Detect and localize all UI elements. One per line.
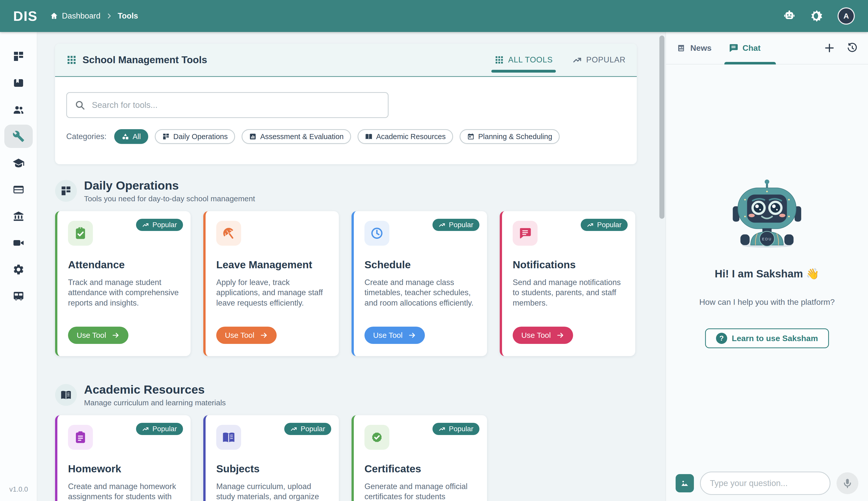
left-sidebar: v1.0.0 [0, 32, 37, 501]
trending-up-icon [439, 221, 446, 228]
clipboard-list-icon [68, 425, 93, 450]
video-camera-icon [12, 237, 25, 249]
category-chip-academic-resources[interactable]: Academic Resources [357, 129, 453, 144]
user-avatar[interactable]: A [837, 7, 855, 25]
breadcrumb-home[interactable]: Dashboard [50, 11, 100, 21]
card-description: Generate and manage official certificate… [364, 481, 476, 501]
people-icon [12, 104, 25, 116]
card-description: Manage curriculum, upload study material… [216, 481, 328, 501]
app-logo: DIS [13, 8, 37, 24]
sidebar-item-library[interactable] [4, 71, 33, 95]
category-chip-all[interactable]: All [114, 129, 148, 144]
category-chip-label: All [133, 132, 141, 141]
search-icon [75, 100, 85, 110]
sidebar-item-dashboard[interactable] [4, 45, 33, 68]
badge-check-icon [364, 425, 389, 450]
card-title: Leave Management [216, 259, 328, 271]
history-icon[interactable] [847, 42, 858, 54]
popular-badge-label: Popular [597, 221, 622, 229]
top-actions: A [783, 7, 855, 25]
learn-button-label: Learn to use Saksham [732, 334, 818, 343]
use-tool-button[interactable]: Use Tool [364, 327, 425, 344]
tab-chat[interactable]: Chat [728, 32, 761, 64]
tab-news[interactable]: News [676, 32, 712, 64]
sidebar-item-settings[interactable] [4, 258, 33, 281]
sidebar-item-tools[interactable] [4, 125, 33, 148]
tools-panel-header: School Management Tools ALL TOOLS POPULA… [55, 44, 637, 77]
dashboard-icon [60, 185, 72, 197]
tools-panel-title-group: School Management Tools [66, 54, 207, 65]
question-mark-icon: ? [716, 333, 727, 344]
popular-badge: Popular [432, 219, 480, 231]
section-icon-circle [55, 384, 77, 406]
category-chip-assessment[interactable]: Assessment & Evaluation [242, 129, 351, 144]
grid-icon [66, 55, 77, 65]
category-chip-planning[interactable]: Planning & Scheduling [460, 129, 560, 144]
sidebar-item-institution[interactable] [4, 204, 33, 228]
tab-news-label: News [690, 43, 712, 53]
bank-icon [12, 210, 25, 222]
card-description: Send and manage notifications to student… [513, 277, 625, 308]
settings-gear-icon [12, 264, 25, 276]
card-description: Create and manage class timetables, teac… [364, 277, 476, 308]
use-tool-button[interactable]: Use Tool [68, 327, 128, 344]
clipboard-check-icon [68, 221, 93, 246]
tool-card-homework: Popular Homework Create and manage homew… [55, 415, 191, 501]
sidebar-item-transport[interactable] [4, 285, 33, 308]
card-title: Subjects [216, 463, 328, 475]
sidebar-item-fees[interactable] [4, 178, 33, 201]
main-scrollbar[interactable] [660, 35, 664, 219]
dashboard-icon [162, 133, 170, 140]
categories-row: Categories: All Daily Operations Assessm… [66, 129, 625, 144]
popular-badge: Popular [581, 219, 628, 231]
sidebar-item-people[interactable] [4, 98, 33, 121]
sidebar-item-academics[interactable] [4, 151, 33, 174]
use-tool-button[interactable]: Use Tool [513, 327, 573, 344]
chat-question-input[interactable] [700, 471, 831, 495]
card-title: Attendance [68, 259, 180, 271]
attach-image-button[interactable] [676, 474, 694, 492]
category-chip-label: Daily Operations [173, 132, 228, 141]
theme-toggle-icon[interactable] [810, 9, 823, 23]
popular-badge: Popular [136, 423, 183, 435]
section-icon-circle [55, 180, 77, 202]
sidebar-item-video[interactable] [4, 231, 33, 255]
category-chip-daily-operations[interactable]: Daily Operations [155, 129, 235, 144]
shapes-icon [121, 133, 129, 140]
tab-popular[interactable]: POPULAR [572, 44, 625, 76]
daily-operations-cards: Popular Attendance Track and manage stud… [55, 211, 665, 356]
popular-badge: Popular [432, 423, 480, 435]
section-title-group: Daily Operations Tools you need for day-… [84, 179, 255, 203]
search-input[interactable] [92, 100, 380, 110]
clock-icon [364, 221, 389, 246]
robot-assistant-icon[interactable] [783, 9, 796, 23]
section-header-academic-resources: Academic Resources Manage curriculum and… [55, 383, 665, 407]
popular-badge-label: Popular [152, 221, 177, 229]
open-book-icon [365, 133, 373, 140]
use-tool-label: Use Tool [225, 331, 254, 340]
tool-card-subjects: Popular Subjects Manage curriculum, uplo… [203, 415, 339, 501]
trending-up-icon [290, 425, 298, 433]
card-description: Track and manage student attendance with… [68, 277, 180, 308]
plus-icon[interactable] [824, 42, 835, 54]
category-chip-label: Assessment & Evaluation [260, 132, 344, 141]
tool-card-schedule: Popular Schedule Create and manage class… [352, 211, 487, 356]
breadcrumb-home-label: Dashboard [62, 11, 100, 21]
card-description: Create and manage homework assignments f… [68, 481, 180, 501]
microphone-button[interactable] [837, 472, 858, 494]
image-icon [679, 478, 690, 489]
tab-all-tools[interactable]: ALL TOOLS [494, 44, 553, 76]
section-header-daily-operations: Daily Operations Tools you need for day-… [55, 179, 665, 203]
robot-chest-badge: EDU [762, 237, 772, 241]
assistant-actions [824, 42, 858, 54]
popular-badge-label: Popular [152, 425, 177, 433]
breadcrumb: Dashboard Tools [50, 11, 138, 21]
learn-to-use-button[interactable]: ? Learn to use Saksham [705, 328, 829, 348]
tool-card-attendance: Popular Attendance Track and manage stud… [55, 211, 191, 356]
wrench-icon [12, 130, 25, 142]
trending-up-icon [142, 425, 149, 433]
use-tool-button[interactable]: Use Tool [216, 327, 277, 344]
popular-badge-label: Popular [300, 425, 325, 433]
open-book-icon [216, 425, 241, 450]
avatar-initial: A [843, 12, 849, 20]
